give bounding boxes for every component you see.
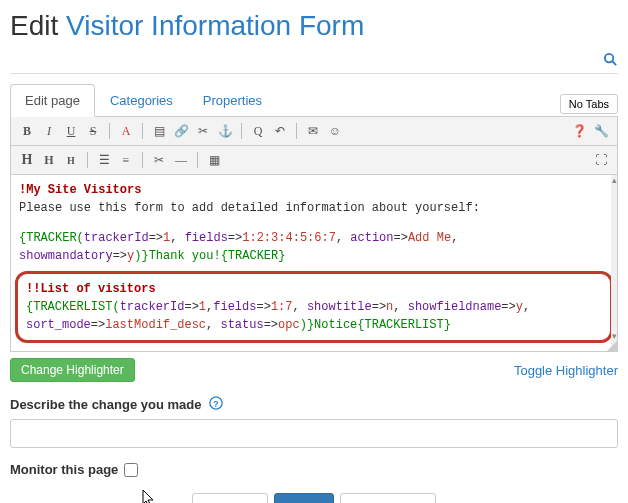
resize-grip[interactable]: [607, 341, 617, 351]
change-highlighter-button[interactable]: Change Highlighter: [10, 358, 135, 382]
table-button[interactable]: ▦: [204, 150, 224, 170]
button-row: Preview Save Cancel Edit: [10, 493, 618, 503]
cursor-icon: [142, 489, 156, 503]
tab-bar: Edit page Categories Properties: [10, 84, 277, 117]
svg-point-0: [605, 54, 613, 62]
preview-button[interactable]: Preview: [192, 493, 268, 503]
separator: [296, 123, 297, 139]
unlink-button[interactable]: ✂: [193, 121, 213, 141]
describe-change-label: Describe the change you made ?: [10, 396, 618, 413]
underline-button[interactable]: U: [61, 121, 81, 141]
wrench-icon[interactable]: 🔧: [591, 121, 611, 141]
highlighted-block: !!List of visitors {TRACKERLIST(trackerI…: [15, 271, 613, 343]
mail-button[interactable]: ✉: [303, 121, 323, 141]
hr-button[interactable]: —: [171, 150, 191, 170]
tab-categories[interactable]: Categories: [95, 84, 188, 117]
monitor-row: Monitor this page: [10, 462, 618, 477]
wiki-heading-1: !My Site Visitors: [19, 183, 141, 197]
toolbar-row-1: B I U S A ▤ 🔗 ✂ ⚓ Q ↶ ✉ ☺ ❓ 🔧: [11, 117, 617, 146]
list-ol-button[interactable]: ≡: [116, 150, 136, 170]
anchor-button[interactable]: ⚓: [215, 121, 235, 141]
scrollbar[interactable]: ▴▾: [611, 175, 617, 351]
tab-properties[interactable]: Properties: [188, 84, 277, 117]
editor-content[interactable]: !My Site Visitors Please use this form t…: [11, 175, 617, 351]
italic-button[interactable]: I: [39, 121, 59, 141]
h1-button[interactable]: H: [17, 150, 37, 170]
toggle-highlighter-link[interactable]: Toggle Highlighter: [514, 363, 618, 378]
editor-area[interactable]: !My Site Visitors Please use this form t…: [11, 175, 617, 351]
help-icon[interactable]: ❓: [569, 121, 589, 141]
bold-button[interactable]: B: [17, 121, 37, 141]
cancel-edit-button[interactable]: Cancel Edit: [340, 493, 436, 503]
toolbar-row-2: H H H ☰ ≡ ✂ — ▦ ⛶: [11, 146, 617, 175]
link-button[interactable]: 🔗: [171, 121, 191, 141]
divider: [10, 73, 618, 74]
strike-button[interactable]: S: [83, 121, 103, 141]
svg-line-1: [612, 61, 616, 65]
text-color-button[interactable]: A: [116, 121, 136, 141]
svg-text:?: ?: [214, 399, 219, 409]
tracker-plugin-line: {TRACKER(trackerId=>1, fields=>1:2:3:4:5…: [19, 229, 609, 265]
monitor-label: Monitor this page: [10, 462, 118, 477]
h3-button[interactable]: H: [61, 150, 81, 170]
monitor-checkbox[interactable]: [124, 463, 138, 477]
separator: [142, 123, 143, 139]
no-tabs-button[interactable]: No Tabs: [560, 94, 618, 114]
wiki-heading-2: !!List of visitors: [26, 282, 156, 296]
smile-button[interactable]: ☺: [325, 121, 345, 141]
image-button[interactable]: ▤: [149, 121, 169, 141]
page-title: Edit Visitor Information Form: [10, 10, 618, 42]
title-link[interactable]: Visitor Information Form: [66, 10, 364, 41]
editor-line-plain: Please use this form to add detailed inf…: [19, 199, 609, 217]
help-icon[interactable]: ?: [209, 396, 223, 413]
save-button[interactable]: Save: [274, 493, 334, 503]
cut-button[interactable]: ✂: [149, 150, 169, 170]
h2-button[interactable]: H: [39, 150, 59, 170]
separator: [87, 152, 88, 168]
trackerlist-plugin-line: {TRACKERLIST(trackerId=>1,fields=>1:7, s…: [26, 298, 602, 334]
search-icon[interactable]: [603, 52, 618, 71]
describe-change-input[interactable]: [10, 419, 618, 448]
separator: [197, 152, 198, 168]
editor-panel: B I U S A ▤ 🔗 ✂ ⚓ Q ↶ ✉ ☺ ❓ 🔧 H H H: [10, 116, 618, 352]
fullscreen-icon[interactable]: ⛶: [591, 150, 611, 170]
separator: [142, 152, 143, 168]
tab-edit-page[interactable]: Edit page: [10, 84, 95, 117]
list-ul-button[interactable]: ☰: [94, 150, 114, 170]
undo-button[interactable]: ↶: [270, 121, 290, 141]
title-prefix: Edit: [10, 10, 58, 41]
separator: [241, 123, 242, 139]
find-button[interactable]: Q: [248, 121, 268, 141]
separator: [109, 123, 110, 139]
